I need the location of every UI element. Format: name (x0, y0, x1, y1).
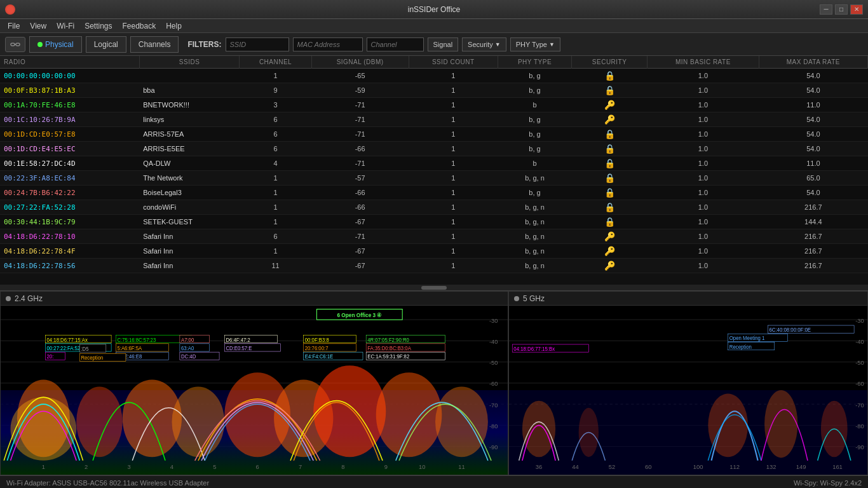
cell-ssid: BoiseLegal3 (139, 186, 240, 200)
logical-view-button[interactable]: Logical (86, 36, 126, 53)
col-ssid-count: SSID COUNT (409, 56, 498, 69)
table-row[interactable]: 00:1A:70:FE:46:E8 BNETWORK!!! 3 -71 1 b … (0, 98, 868, 112)
table-row[interactable]: 00:00:00:00:00:00 1 -65 1 b, g 🔒 1.0 54.… (0, 69, 868, 83)
security-filter-button[interactable]: Security ▼ (462, 37, 506, 51)
cell-security: 🔒 (572, 171, 648, 186)
cell-max-rate: 144.4 (759, 215, 867, 229)
cell-signal: -67 (311, 244, 409, 259)
table-row[interactable]: 00:1C:10:26:7B:9A linksys 6 -71 1 b, g 🔑… (0, 112, 868, 127)
link-button[interactable] (5, 37, 25, 52)
table-row[interactable]: 04:18:D6:22:78:4F Safari Inn 1 -67 1 b, … (0, 244, 868, 259)
phy-type-filter-button[interactable]: PHY Type ▼ (510, 37, 560, 51)
maximize-button[interactable]: □ (835, 4, 848, 15)
cell-channel: 9 (240, 83, 311, 98)
cell-radio: 04:18:D6:22:78:56 (0, 259, 139, 273)
cell-phy: b, g (498, 127, 571, 142)
window-title: inSSIDer Office (408, 5, 460, 14)
cell-ssid-count: 1 (409, 244, 498, 259)
cell-ssid (139, 69, 240, 83)
cell-radio: 00:27:22:FA:52:28 (0, 200, 139, 215)
cell-signal: -66 (311, 200, 409, 215)
svg-rect-1 (16, 43, 20, 46)
cell-channel: 1 (240, 215, 311, 229)
channel-filter[interactable] (367, 37, 424, 51)
cell-ssid-count: 1 (409, 200, 498, 215)
cell-radio: 00:1A:70:FE:46:E8 (0, 98, 139, 112)
table-row[interactable]: 00:0F:B3:87:1B:A3 bba 9 -59 1 b, g 🔒 1.0… (0, 83, 868, 98)
table-row[interactable]: 00:1D:CD:E4:E5:EC ARRIS-E5EE 6 -66 1 b, … (0, 142, 868, 156)
mac-filter[interactable] (293, 37, 363, 51)
cell-radio: 04:18:D6:22:78:4F (0, 244, 139, 259)
svg-text:Reception: Reception (729, 344, 752, 349)
cell-min-rate: 1.0 (648, 186, 759, 200)
minimize-button[interactable]: ─ (820, 4, 832, 15)
cell-ssid-count: 1 (409, 156, 498, 171)
col-phy-type: PHY TYPE (498, 56, 571, 69)
cell-channel: 1 (240, 186, 311, 200)
svg-text:9: 9 (384, 463, 388, 470)
table-row[interactable]: 00:1D:CD:E0:57:E8 ARRIS-57EA 6 -71 1 b, … (0, 127, 868, 142)
cell-phy: b, g, n (498, 229, 571, 244)
physical-view-button[interactable]: Physical (29, 36, 82, 53)
table-row[interactable]: 00:24:7B:B6:42:22 BoiseLegal3 1 -66 1 b,… (0, 186, 868, 200)
cell-radio: 04:18:D6:22:78:10 (0, 229, 139, 244)
svg-text:-60: -60 (855, 380, 864, 387)
cell-max-rate: 54.0 (759, 83, 867, 98)
menu-file[interactable]: File (3, 22, 25, 30)
svg-text:52: 52 (609, 463, 615, 470)
table-row[interactable]: 00:30:44:1B:9C:79 SETEK-GUEST 1 -67 1 b,… (0, 215, 868, 229)
table-row[interactable]: 00:22:3F:A8:EC:84 The Network 1 -57 1 b,… (0, 171, 868, 186)
table-row[interactable]: 04:18:D6:22:78:56 Safari Inn 11 -67 1 b,… (0, 259, 868, 273)
app-icon (5, 4, 15, 15)
svg-text:Reception: Reception (81, 355, 103, 361)
svg-text:DC:4D: DC:4D (181, 354, 196, 360)
table-row[interactable]: 00:1E:58:27:DC:4D QA-DLW 4 -71 1 b 🔒 1.0… (0, 156, 868, 171)
cell-max-rate: 54.0 (759, 69, 867, 83)
signal-filter-button[interactable]: Signal (428, 37, 459, 51)
svg-text:-50: -50 (855, 359, 864, 366)
ssid-filter[interactable] (226, 37, 289, 51)
cell-radio: 00:00:00:00:00:00 (0, 69, 139, 83)
cell-radio: 00:22:3F:A8:EC:84 (0, 171, 139, 186)
cell-max-rate: 11.0 (759, 156, 867, 171)
menu-feedback[interactable]: Feedback (117, 22, 161, 30)
svg-text:20:76:00:7: 20:76:00:7 (305, 346, 329, 351)
cell-signal: -59 (311, 83, 409, 98)
cell-phy: b, g (498, 69, 571, 83)
menu-view[interactable]: View (25, 22, 51, 30)
table-scrollbar[interactable] (0, 285, 868, 291)
network-table-area[interactable]: RADIO SSIDS CHANNEL SIGNAL (dBm) SSID CO… (0, 56, 868, 285)
cell-security: 🔒 (572, 186, 648, 200)
cell-ssid-count: 1 (409, 215, 498, 229)
scrollbar-thumb[interactable] (421, 286, 447, 290)
cell-min-rate: 1.0 (648, 98, 759, 112)
cell-ssid-count: 1 (409, 127, 498, 142)
cell-phy: b, g, n (498, 244, 571, 259)
cell-phy: b, g (498, 112, 571, 127)
col-radio: RADIO (0, 56, 139, 69)
svg-text:C:75:16:8C:57:23: C:75:16:8C:57:23 (117, 337, 156, 342)
table-row[interactable]: 04:18:D6:22:78:10 Safari Inn 6 -71 1 b, … (0, 229, 868, 244)
cell-ssid-count: 1 (409, 142, 498, 156)
cell-ssid: ARRIS-57EA (139, 127, 240, 142)
close-button[interactable]: ✕ (850, 4, 863, 15)
svg-text:5:A6:6F:5A: 5:A6:6F:5A (117, 346, 142, 351)
cell-min-rate: 1.0 (648, 171, 759, 186)
cell-signal: -67 (311, 215, 409, 229)
chart-2ghz-label: 2.4 GHz (15, 294, 43, 303)
menu-wifi[interactable]: Wi-Fi (51, 22, 79, 30)
svg-text:EC:1A:59:31:9F:82: EC:1A:59:31:9F:82 (367, 354, 409, 360)
menu-help[interactable]: Help (161, 22, 187, 30)
cell-phy: b, g (498, 142, 571, 156)
charts-area: 2.4 GHz (0, 291, 868, 475)
chart-5ghz-dot (514, 296, 519, 301)
cell-channel: 3 (240, 98, 311, 112)
channels-view-button[interactable]: Channels (130, 36, 179, 53)
menu-settings[interactable]: Settings (79, 22, 117, 30)
physical-label: Physical (45, 40, 74, 49)
phy-dropdown-icon: ▼ (549, 41, 555, 48)
svg-text:-30: -30 (489, 316, 498, 323)
col-signal: SIGNAL (dBm) (311, 56, 409, 69)
table-row[interactable]: 00:27:22:FA:52:28 condoWiFi 1 -66 1 b, g… (0, 200, 868, 215)
svg-text:1: 1 (42, 463, 45, 470)
